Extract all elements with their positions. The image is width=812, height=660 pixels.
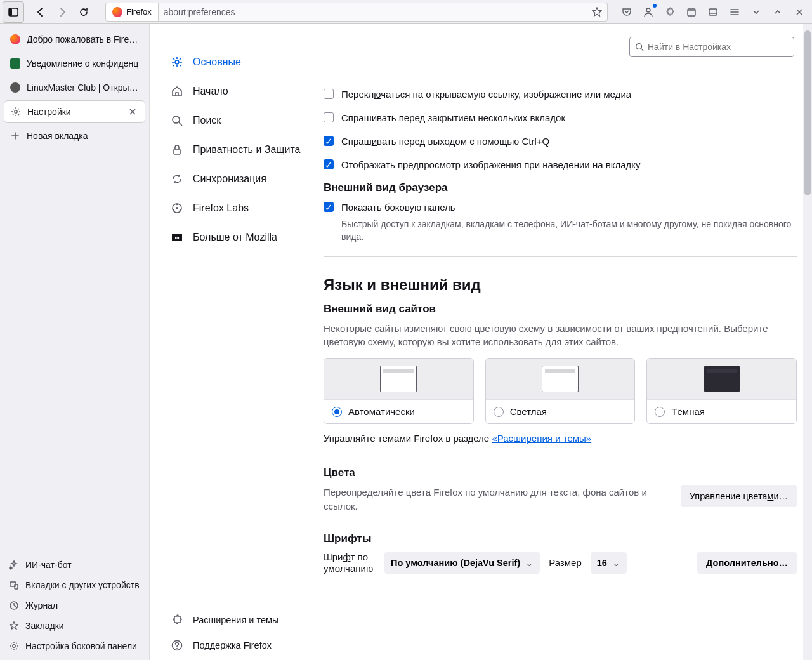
preferences-search[interactable]: [629, 37, 794, 57]
close-window-button[interactable]: [789, 2, 809, 22]
side-tool-label: ИИ-чат-бот: [25, 560, 72, 570]
tab-close-button[interactable]: [127, 106, 138, 117]
puzzle-icon: [665, 7, 675, 17]
prefs-nav-gear[interactable]: Основные: [162, 50, 308, 75]
scrollbar[interactable]: [803, 24, 812, 660]
preferences-search-input[interactable]: [648, 42, 789, 52]
help-icon: [170, 638, 184, 652]
svg-point-10: [175, 60, 179, 64]
sidebar-toggle-button[interactable]: [3, 1, 24, 23]
downloads-button[interactable]: [681, 2, 702, 22]
forward-button[interactable]: [52, 2, 72, 22]
radio-icon: [655, 407, 665, 417]
url-bar[interactable]: about:preferences: [159, 3, 608, 22]
theme-option-light[interactable]: Светлая: [485, 358, 636, 424]
side-tool-item[interactable]: Вкладки с других устройств: [4, 575, 145, 595]
gear-icon: [9, 641, 19, 651]
group-title-site-appearance: Внешний вид сайтов: [324, 303, 797, 315]
side-tool-label: Журнал: [25, 600, 58, 610]
prefs-nav-home[interactable]: Начало: [162, 79, 308, 104]
tab-favicon-icon: [10, 34, 20, 44]
svg-point-2: [646, 8, 650, 12]
svg-rect-4: [709, 9, 717, 15]
prefs-nav-puzzle[interactable]: Расширения и темы: [162, 609, 308, 631]
divider: [324, 256, 797, 257]
theme-option-auto[interactable]: Автоматически: [324, 358, 474, 424]
close-icon: [795, 8, 804, 16]
bookmark-star-button[interactable]: [592, 7, 602, 17]
svg-point-14: [176, 207, 178, 209]
tab-item[interactable]: Уведомление о конфиденц: [4, 52, 145, 75]
svg-point-17: [173, 209, 174, 211]
prefs-nav-help[interactable]: Поддержка Firefox: [162, 635, 308, 656]
fonts-advanced-button[interactable]: Дополнительно…: [697, 552, 797, 574]
theme-option-label: Светлая: [510, 406, 547, 417]
side-tool-item[interactable]: Журнал: [4, 595, 145, 616]
svg-rect-3: [688, 9, 695, 16]
minimize-button[interactable]: [746, 2, 766, 22]
pocket-button[interactable]: [617, 2, 637, 22]
chevron-down-icon: ⌄: [612, 558, 620, 568]
font-size-select[interactable]: 16 ⌄: [591, 552, 627, 574]
theme-preview: [647, 359, 796, 399]
svg-point-11: [173, 116, 180, 123]
checkbox-ask-close-multiple[interactable]: Спрашивать перед закрытием нескольких вк…: [324, 111, 797, 124]
prefs-nav-flask[interactable]: Firefox Labs: [162, 195, 308, 221]
prefs-nav-label: Поиск: [193, 115, 221, 126]
group-title-browser-appearance: Внешний вид браузера: [324, 182, 797, 194]
checkbox-label: Показать боковую панель: [341, 201, 455, 214]
account-button[interactable]: [638, 2, 658, 22]
side-tool-label: Закладки: [25, 621, 64, 631]
prefs-nav-label: Больше от Mozilla: [193, 232, 277, 243]
show-sidebar-description: Быстрый доступ к закладкам, вкладкам с т…: [341, 218, 797, 244]
checkbox-show-sidebar[interactable]: ✓ Показать боковую панель: [324, 201, 797, 214]
tab-label: Добро пожаловать в Firefox: [27, 34, 139, 44]
checkbox-switch-to-link[interactable]: Переключаться на открываемую ссылку, изо…: [324, 88, 797, 101]
prefs-nav-lock[interactable]: Приватность и Защита: [162, 137, 308, 162]
identity-box[interactable]: Firefox: [105, 3, 159, 22]
side-tool-label: Вкладки с других устройств: [25, 580, 140, 590]
panel-icon: [8, 7, 18, 17]
tab-item[interactable]: Добро пожаловать в Firefox: [4, 28, 145, 51]
preferences-nav: ОсновныеНачалоПоискПриватность и ЗащитаС…: [150, 24, 308, 660]
prefs-nav-sync[interactable]: Синхронизация: [162, 166, 308, 192]
extensions-themes-link[interactable]: «Расширения и темы»: [492, 433, 591, 444]
side-tool-item[interactable]: ИИ-чат-бот: [4, 555, 145, 575]
prefs-nav-label: Синхронизация: [193, 173, 266, 185]
tab-favicon-icon: [11, 107, 21, 117]
scrollbar-thumb[interactable]: [804, 30, 811, 195]
checkbox-tab-preview[interactable]: ✓ Отображать предпросмотр изображения пр…: [324, 158, 797, 171]
tab-item[interactable]: LinuxMaster Club | Открыты: [4, 76, 145, 99]
checkbox-icon: ✓: [324, 202, 334, 212]
radio-icon: [494, 407, 504, 417]
maximize-button[interactable]: [768, 2, 788, 22]
pocket-icon: [622, 7, 632, 17]
prefs-nav-search[interactable]: Поиск: [162, 108, 308, 133]
side-tool-label: Настройка боковой панели: [25, 641, 137, 651]
tab-item[interactable]: Настройки: [4, 100, 145, 123]
reload-button[interactable]: [74, 2, 94, 22]
side-tool-item[interactable]: Закладки: [4, 616, 145, 636]
app-menu-button[interactable]: [724, 2, 745, 22]
tab-item[interactable]: Новая вкладка: [4, 124, 145, 147]
extensions-button[interactable]: [660, 2, 680, 22]
home-icon: [170, 84, 184, 98]
chevron-down-icon: [752, 8, 761, 16]
checkbox-icon: ✓: [324, 136, 334, 146]
sidebar-button[interactable]: [703, 2, 723, 22]
arrow-right-icon: [57, 7, 67, 17]
checkbox-ask-quit-ctrlq[interactable]: ✓ Спрашивать перед выходом с помощью Ctr…: [324, 135, 797, 148]
side-tool-item[interactable]: Настройка боковой панели: [4, 636, 145, 656]
reload-icon: [79, 7, 89, 17]
url-text: about:preferences: [164, 7, 235, 17]
account-icon: [643, 7, 653, 17]
default-font-select[interactable]: По умолчанию (DejaVu Serif) ⌄: [384, 552, 540, 574]
theme-option-label: Тёмная: [671, 406, 705, 417]
theme-option-dark[interactable]: Тёмная: [646, 358, 797, 424]
prefs-nav-mozilla[interactable]: mБольше от Mozilla: [162, 225, 308, 250]
manage-colors-button[interactable]: Управление цветами…: [681, 485, 797, 507]
default-font-label: Шрифт по умолчанию: [324, 551, 376, 574]
theme-preview: [324, 359, 473, 399]
back-button[interactable]: [30, 2, 51, 22]
calendar-icon: [686, 7, 697, 17]
